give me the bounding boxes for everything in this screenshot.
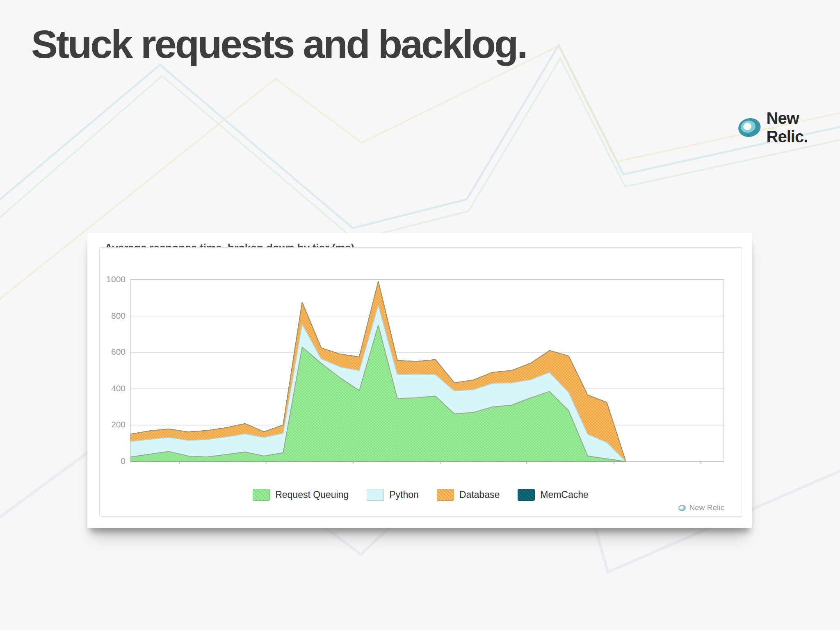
legend-label: MemCache bbox=[540, 489, 589, 500]
legend-label: Database bbox=[459, 489, 500, 500]
plot-area[interactable] bbox=[130, 279, 724, 462]
legend-swatch bbox=[367, 489, 384, 501]
legend-swatch bbox=[253, 489, 270, 501]
y-axis-label: 200 bbox=[100, 420, 126, 429]
chart-frame: 02004006008001000 Request QueuingPythonD… bbox=[99, 247, 742, 517]
slide: Stuck requests and backlog. New Relic. A… bbox=[0, 0, 840, 630]
new-relic-watermark: New Relic bbox=[678, 503, 724, 512]
legend-label: Python bbox=[389, 489, 419, 500]
y-axis-label: 400 bbox=[100, 383, 126, 393]
y-axis-label: 1000 bbox=[100, 274, 126, 284]
watermark-text: New Relic bbox=[689, 503, 724, 512]
legend-item-request-queuing[interactable]: Request Queuing bbox=[253, 489, 349, 501]
legend-item-database[interactable]: Database bbox=[437, 489, 500, 501]
chart-card: Average response time, broken down by ti… bbox=[87, 233, 752, 528]
y-axis-label: 800 bbox=[100, 311, 126, 321]
legend-item-python[interactable]: Python bbox=[367, 489, 419, 501]
legend-item-memcache[interactable]: MemCache bbox=[518, 489, 589, 501]
legend-swatch bbox=[518, 489, 535, 501]
new-relic-eye-icon bbox=[737, 116, 762, 139]
new-relic-logo: New Relic. bbox=[737, 109, 840, 146]
y-axis-label: 600 bbox=[100, 347, 126, 357]
legend-swatch bbox=[437, 489, 454, 501]
new-relic-watermark-icon bbox=[678, 504, 686, 511]
legend: Request QueuingPythonDatabaseMemCache bbox=[100, 489, 742, 501]
stacked-area-chart bbox=[131, 280, 724, 465]
slide-title: Stuck requests and backlog. bbox=[31, 21, 526, 67]
legend-label: Request Queuing bbox=[275, 489, 349, 500]
new-relic-logo-text: New Relic. bbox=[767, 109, 840, 146]
y-axis-label: 0 bbox=[100, 456, 126, 466]
